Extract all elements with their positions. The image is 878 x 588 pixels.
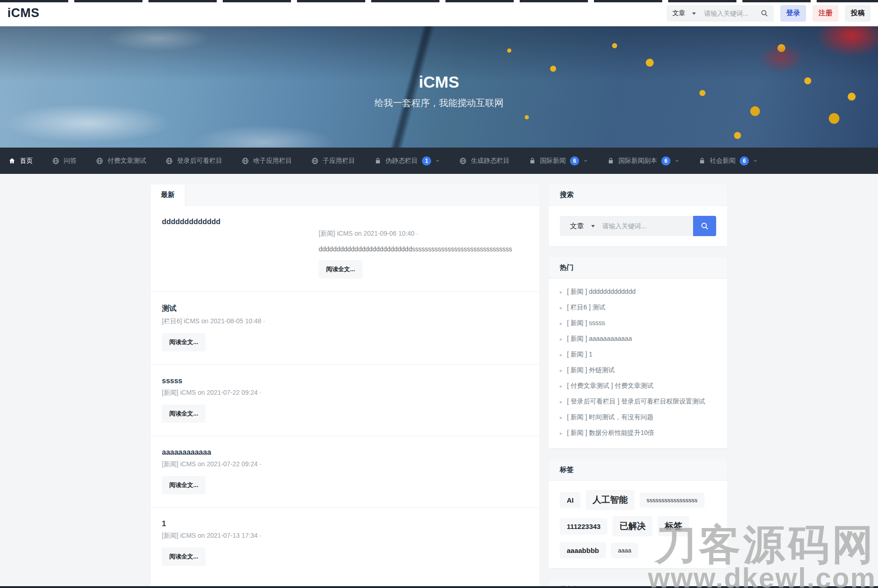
- article-meta: [新闻] iCMS on 2021-07-22 09:24 ·: [162, 460, 528, 469]
- article-item: 测试 [栏目6] iCMS on 2021-08-05 10:48 · 阅读全文…: [151, 291, 540, 364]
- register-button[interactable]: 注册: [813, 5, 838, 22]
- nav-item-label: 问答: [64, 157, 77, 165]
- article-item: sssss [新闻] iCMS on 2021-07-22 09:24 · 阅读…: [151, 364, 540, 436]
- read-more-button[interactable]: 阅读全文...: [162, 404, 206, 423]
- sidebar-search-card: 搜索 文章: [549, 184, 727, 246]
- nav-item-qa[interactable]: 问答: [52, 157, 77, 165]
- nav-item-intl-news-copy[interactable]: 国际新闻副本 6: [607, 156, 679, 166]
- submit-post-button[interactable]: 投稿: [845, 5, 871, 22]
- hot-item-label: [ 新闻 ] sssss: [567, 319, 605, 327]
- triangle-right-icon: ▸: [560, 305, 563, 311]
- nav-item-label: 首页: [20, 157, 33, 165]
- header-search-input[interactable]: [703, 9, 760, 18]
- nav-item-label: 子应用栏目: [323, 157, 355, 165]
- article-meta: [栏目6] iCMS on 2021-08-05 10:48 ·: [162, 317, 528, 326]
- nav-item-label: 国际新闻副本: [618, 157, 657, 165]
- login-button[interactable]: 登录: [780, 5, 806, 22]
- nav-item-login-required[interactable]: 登录后可看栏目: [166, 157, 222, 165]
- triangle-right-icon: ▸: [560, 289, 563, 295]
- hot-item[interactable]: ▸[ 登录后可看栏目 ] 登录后可看栏目权限设置测试: [560, 394, 716, 410]
- sidebar-search-bar: 文章: [560, 216, 716, 236]
- hot-item[interactable]: ▸[ 新闻 ] 1: [560, 347, 716, 362]
- read-more-button[interactable]: 阅读全文...: [162, 547, 206, 566]
- triangle-right-icon: ▸: [560, 368, 563, 374]
- triangle-right-icon: ▸: [560, 352, 563, 358]
- hero-banner: iCMS 给我一套程序，我能搅动互联网: [0, 26, 878, 148]
- hot-item-label: [ 新闻 ] aaaaaaaaaaaa: [567, 335, 632, 343]
- tag-chip[interactable]: 标签: [658, 516, 689, 536]
- nav-item-badge: 6: [661, 156, 670, 166]
- article-list-card: 最新 ddddddddddddd [新闻] iCMS on 2021-09-06…: [151, 184, 540, 588]
- sidebar-search-button[interactable]: [693, 216, 716, 236]
- hot-title: 热门: [549, 257, 727, 279]
- hot-item-label: [ 付费文章测试 ] 付费文章测试: [567, 382, 653, 390]
- article-list-tabs: 最新: [151, 184, 540, 206]
- tags-cloud: AI 人工智能 sssssssssssssssss 111223343 已解决 …: [549, 481, 727, 568]
- article-title[interactable]: ddddddddddddd: [162, 218, 220, 226]
- triangle-right-icon: ▸: [560, 399, 563, 405]
- search-icon: [700, 222, 709, 230]
- nav-item-sub-app[interactable]: 子应用栏目: [311, 157, 355, 165]
- nav-item-static-gen[interactable]: 生成静态栏目: [459, 157, 510, 165]
- article-item: ddddddddddddd [新闻] iCMS on 2021-09-06 10…: [151, 206, 540, 291]
- tag-chip[interactable]: aaaabbbb: [560, 542, 606, 558]
- chevron-down-icon: [583, 159, 588, 163]
- nav-item-social-news[interactable]: 社会新闻 6: [699, 156, 758, 166]
- read-more-button[interactable]: 阅读全文...: [319, 260, 362, 279]
- sidebar: 搜索 文章 热门 ▸[ 新闻 ] ddddddddddddd ▸[ 栏目6 ] …: [549, 184, 727, 588]
- sidebar-search-input[interactable]: [601, 222, 693, 230]
- hot-item[interactable]: ▸[ 新闻 ] ddddddddddddd: [560, 284, 716, 300]
- caret-down-icon: [591, 224, 595, 228]
- hot-item[interactable]: ▸[ 付费文章测试 ] 付费文章测试: [560, 378, 716, 394]
- tag-chip[interactable]: aaaa: [611, 543, 638, 558]
- sidebar-search-category-select[interactable]: 文章: [560, 222, 601, 231]
- nav-item-shazi-app[interactable]: 啥子应用栏目: [242, 157, 292, 165]
- hot-item[interactable]: ▸[ 栏目6 ] 测试: [560, 300, 716, 315]
- lock-icon: [529, 157, 536, 164]
- nav-item-badge: 1: [422, 156, 431, 166]
- hot-item[interactable]: ▸[ 新闻 ] 数据分析性能提升10倍: [560, 425, 716, 441]
- tags-title: 标签: [549, 459, 727, 481]
- nav-item-badge: 6: [570, 156, 579, 166]
- tag-chip[interactable]: 111223343: [560, 518, 607, 535]
- article-title[interactable]: aaaaaaaaaaaa: [162, 448, 211, 457]
- article-title[interactable]: sssss: [162, 377, 183, 385]
- nav-item-label: 伪静态栏目: [386, 157, 418, 165]
- tag-chip[interactable]: 人工智能: [586, 490, 635, 510]
- search-icon[interactable]: [760, 9, 768, 17]
- globe-icon: [459, 157, 467, 165]
- sidebar-search-title: 搜索: [549, 184, 727, 206]
- lock-icon: [699, 157, 706, 164]
- tag-chip[interactable]: 已解决: [612, 516, 653, 536]
- nav-item-label: 国际新闻: [540, 157, 566, 165]
- hot-item-label: [ 登录后可看栏目 ] 登录后可看栏目权限设置测试: [567, 398, 705, 406]
- globe-icon: [242, 157, 249, 165]
- article-title[interactable]: 1: [162, 520, 166, 528]
- site-logo[interactable]: iCMS: [7, 6, 40, 20]
- clipped-footer-strip: [0, 586, 878, 588]
- nav-item-label: 登录后可看栏目: [177, 157, 222, 165]
- hot-item[interactable]: ▸[ 新闻 ] aaaaaaaaaaaa: [560, 331, 716, 347]
- read-more-button[interactable]: 阅读全文...: [162, 476, 206, 494]
- nav-item-paid-article-test[interactable]: 付费文章测试: [96, 157, 146, 165]
- tab-latest[interactable]: 最新: [151, 184, 185, 206]
- search-category-select[interactable]: 文章: [672, 9, 696, 18]
- search-category-value: 文章: [672, 9, 685, 18]
- hot-item[interactable]: ▸[ 新闻 ] 时间测试，有没有问题: [560, 410, 716, 425]
- hot-item-label: [ 新闻 ] 外链测试: [567, 366, 615, 374]
- nav-item-intl-news[interactable]: 国际新闻 6: [529, 156, 588, 166]
- globe-icon: [96, 157, 103, 165]
- clipped-browser-strip: [0, 0, 878, 2]
- nav-item-home[interactable]: 首页: [8, 157, 33, 165]
- triangle-right-icon: ▸: [560, 321, 563, 327]
- nav-item-rewrite[interactable]: 伪静态栏目 1: [374, 156, 440, 166]
- caret-down-icon: [692, 12, 696, 15]
- hot-item[interactable]: ▸[ 新闻 ] sssss: [560, 315, 716, 331]
- read-more-button[interactable]: 阅读全文...: [162, 333, 206, 351]
- hot-item[interactable]: ▸[ 新闻 ] 外链测试: [560, 362, 716, 378]
- article-title[interactable]: 测试: [162, 304, 177, 314]
- triangle-right-icon: ▸: [560, 336, 563, 342]
- triangle-right-icon: ▸: [560, 430, 563, 436]
- tag-chip[interactable]: AI: [560, 492, 581, 508]
- tag-chip[interactable]: sssssssssssssssss: [640, 493, 705, 508]
